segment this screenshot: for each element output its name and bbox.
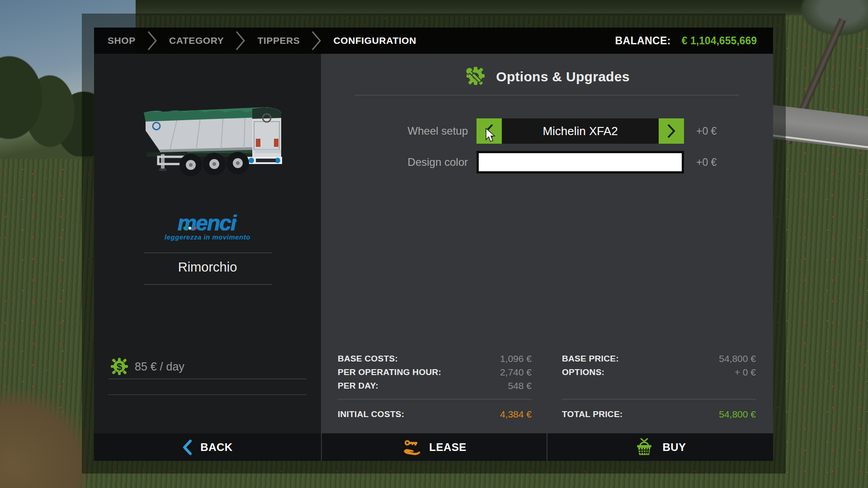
design-color-row: Design color +0 € — [321, 150, 773, 175]
total-price-row: TOTAL PRICE: 54,800 € — [562, 407, 756, 422]
back-button[interactable]: BACK — [94, 433, 321, 461]
breadcrumb-chevron-icon — [236, 30, 245, 51]
breadcrumb: SHOP CATEGORY TIPPERS CONFIGURATION BALA… — [94, 28, 773, 54]
breadcrumb-chevron-icon — [147, 30, 157, 51]
stat-label: BASE PRICE: — [562, 354, 619, 364]
vehicle-image — [133, 99, 285, 180]
stat-label: OPTIONS: — [562, 367, 604, 377]
stat-label: BASE COSTS: — [338, 354, 398, 364]
stat-row: PER OPERATING HOUR: 2,740 € — [338, 366, 532, 379]
running-costs-block: BASE COSTS: 1,096 € PER OPERATING HOUR: … — [338, 352, 532, 422]
stat-row: PER DAY: 548 € — [338, 379, 532, 393]
breadcrumb-item-configuration: CONFIGURATION — [333, 35, 416, 46]
stat-label: TOTAL PRICE: — [562, 409, 623, 419]
wrench-gear-icon — [464, 66, 486, 88]
back-label: BACK — [200, 441, 232, 454]
divider — [108, 394, 307, 395]
breadcrumb-item-category[interactable]: CATEGORY — [169, 35, 224, 46]
buy-label: BUY — [662, 441, 686, 454]
shop-configuration-dialog: SHOP CATEGORY TIPPERS CONFIGURATION BALA… — [94, 28, 773, 461]
divider — [108, 379, 307, 379]
back-chevron-icon — [182, 439, 192, 455]
action-bar: BACK LEASE — [94, 433, 773, 461]
stat-value: 548 € — [508, 380, 532, 391]
divider — [144, 284, 272, 285]
stat-row: BASE COSTS: 1,096 € — [338, 352, 532, 366]
divider — [562, 399, 756, 399]
brand-wordmark: menci· — [178, 212, 238, 232]
wheel-setup-row: Wheel setup Michelin XFA2 +0 € — [321, 118, 773, 144]
upkeep-gear-dollar-icon: $ — [110, 357, 128, 375]
lease-button[interactable]: LEASE — [321, 433, 547, 461]
initial-costs-row: INITIAL COSTS: 4,384 € — [338, 407, 532, 422]
stat-label: PER OPERATING HOUR: — [338, 367, 441, 377]
price-block: BASE PRICE: 54,800 € OPTIONS: + 0 € . TO… — [562, 352, 756, 422]
stat-row: OPTIONS: + 0 € — [562, 366, 756, 379]
balance-value: € 1,104,655,669 — [682, 35, 757, 47]
vehicle-panel: menci· leggerezza in movimento Rimorchio — [94, 54, 321, 433]
breadcrumb-chevron-icon — [311, 30, 321, 51]
stat-value: 2,740 € — [500, 367, 532, 378]
buy-button[interactable]: BUY — [547, 433, 773, 461]
wheel-setup-selector: Michelin XFA2 — [476, 118, 684, 144]
wheel-setup-price: +0 € — [696, 118, 717, 144]
divider — [144, 253, 272, 253]
stat-value: 54,800 € — [719, 353, 756, 364]
wheel-next-button[interactable] — [659, 118, 684, 144]
wheel-setup-label: Wheel setup — [408, 118, 468, 144]
design-color-price: +0 € — [696, 150, 717, 175]
balance-label: BALANCE: — [615, 35, 670, 47]
options-title: Options & Upgrades — [496, 69, 629, 84]
dirt-patch — [0, 343, 86, 488]
daily-upkeep-value: 85 € / day — [135, 360, 184, 373]
svg-text:$: $ — [117, 361, 122, 372]
breadcrumb-item-shop[interactable]: SHOP — [108, 35, 136, 46]
mouse-cursor — [485, 128, 498, 143]
daily-upkeep: $ 85 € / day — [110, 357, 184, 375]
divider — [355, 95, 739, 95]
trees-left — [0, 43, 95, 156]
options-header: Options & Upgrades — [321, 62, 773, 92]
initial-costs-value: 4,384 € — [500, 409, 532, 420]
vehicle-name: Rimorchio — [94, 260, 321, 275]
game-background: SHOP CATEGORY TIPPERS CONFIGURATION BALA… — [0, 0, 868, 488]
stat-label: PER DAY: — [338, 381, 378, 391]
brand-italy-dots — [183, 226, 197, 230]
divider — [338, 399, 532, 399]
design-color-label: Design color — [408, 150, 468, 175]
options-panel: Options & Upgrades Wheel setup Michelin … — [321, 54, 773, 433]
wheel-setup-value: Michelin XFA2 — [502, 118, 659, 144]
brand-text: menci — [178, 211, 236, 235]
design-color-swatch — [479, 153, 682, 171]
breadcrumb-item-tippers[interactable]: TIPPERS — [257, 35, 300, 46]
design-color-picker[interactable] — [476, 151, 684, 174]
brand-logo: menci· leggerezza in movimento — [94, 212, 321, 241]
stat-row: BASE PRICE: 54,800 € — [562, 352, 756, 366]
brand-registered-mark: · — [236, 218, 237, 224]
lease-hand-key-icon — [402, 438, 421, 457]
stat-label: INITIAL COSTS: — [338, 409, 404, 419]
chevron-right-icon — [666, 123, 676, 139]
lease-label: LEASE — [429, 441, 467, 454]
total-price-value: 54,800 € — [719, 409, 756, 420]
buy-basket-icon — [634, 437, 654, 457]
stat-value: 1,096 € — [500, 353, 532, 364]
stat-value: + 0 € — [735, 367, 756, 378]
